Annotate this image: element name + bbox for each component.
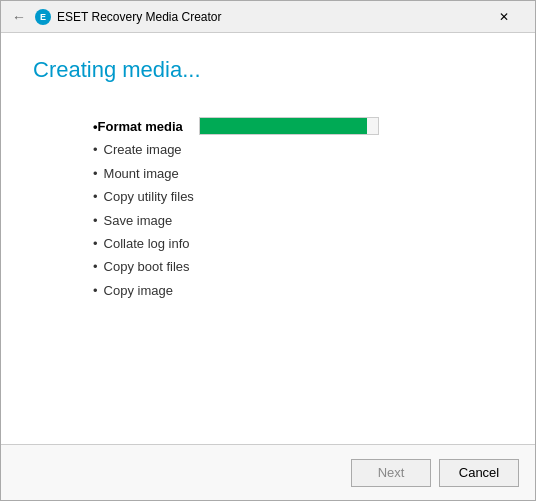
title-bar-controls: ✕ [481, 1, 527, 33]
bullet-icon: • [93, 209, 98, 232]
window-title: ESET Recovery Media Creator [57, 10, 222, 24]
step-label: Collate log info [104, 232, 190, 255]
step-item-save-image: • Save image [93, 209, 379, 232]
step-label: Save image [104, 209, 173, 232]
steps-list: • Format media• Create image• Mount imag… [93, 115, 379, 302]
bullet-icon: • [93, 138, 98, 161]
page-title: Creating media... [33, 57, 503, 83]
bullet-icon: • [93, 255, 98, 278]
main-window: ← E ESET Recovery Media Creator ✕ Creati… [0, 0, 536, 501]
step-label: Copy utility files [104, 185, 194, 208]
step-with-progress: • Format media [93, 115, 379, 138]
progress-bar-fill [200, 118, 367, 134]
step-item-format-media: • Format media [93, 115, 379, 138]
progress-bar-container [199, 117, 379, 135]
step-item-create-image: • Create image [93, 138, 379, 161]
steps-container: • Format media• Create image• Mount imag… [93, 115, 503, 302]
content-area: Creating media... • Format media• Create… [1, 33, 535, 444]
step-label: Copy image [104, 279, 173, 302]
bullet-icon: • [93, 279, 98, 302]
footer: Next Cancel [1, 444, 535, 500]
step-item-copy-boot-files: • Copy boot files [93, 255, 379, 278]
bullet-icon: • [93, 162, 98, 185]
title-bar-left: ← E ESET Recovery Media Creator [9, 7, 222, 27]
step-item-collate-log-info: • Collate log info [93, 232, 379, 255]
back-button[interactable]: ← [9, 7, 29, 27]
step-item-copy-utility-files: • Copy utility files [93, 185, 379, 208]
step-label: Format media [98, 115, 183, 138]
step-label: Create image [104, 138, 182, 161]
title-bar: ← E ESET Recovery Media Creator ✕ [1, 1, 535, 33]
cancel-button[interactable]: Cancel [439, 459, 519, 487]
step-label: Mount image [104, 162, 179, 185]
close-button[interactable]: ✕ [481, 1, 527, 33]
next-button[interactable]: Next [351, 459, 431, 487]
app-icon: E [35, 9, 51, 25]
bullet-icon: • [93, 232, 98, 255]
step-item-mount-image: • Mount image [93, 162, 379, 185]
step-label: Copy boot files [104, 255, 190, 278]
step-item-copy-image: • Copy image [93, 279, 379, 302]
bullet-icon: • [93, 185, 98, 208]
